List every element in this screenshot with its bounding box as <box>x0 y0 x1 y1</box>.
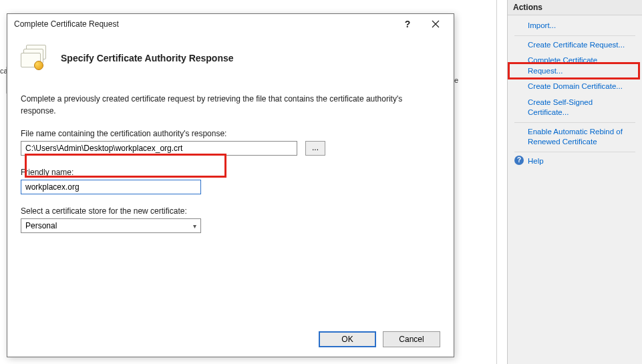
complete-certificate-request-dialog: Complete Certificate Request ? Specify C… <box>7 13 454 357</box>
action-create-self-signed-certificate[interactable]: Create Self-Signed Certificate... <box>512 95 638 121</box>
dialog-instruction: Complete a previously created certificat… <box>21 89 422 129</box>
actions-panel: Actions Import... Create Certificate Req… <box>507 0 642 364</box>
action-import[interactable]: Import... <box>512 18 638 34</box>
actions-body: Import... Create Certificate Request... … <box>508 15 642 172</box>
close-icon <box>432 20 440 28</box>
dialog-body: Specify Certificate Authority Response C… <box>7 34 454 245</box>
certificate-store-select[interactable]: Personal ▾ <box>21 218 201 233</box>
help-icon: ? <box>514 156 524 165</box>
background-text-fragment: ca <box>0 67 7 94</box>
action-complete-certificate-request[interactable]: Complete Certificate Request... <box>512 53 638 79</box>
divider <box>514 122 635 123</box>
file-name-input[interactable] <box>21 141 297 156</box>
titlebar-help-button[interactable]: ? <box>393 15 422 33</box>
dialog-title: Complete Certificate Request <box>14 19 393 29</box>
ok-button[interactable]: OK <box>319 331 376 347</box>
browse-button[interactable]: ... <box>305 141 325 156</box>
dialog-header-row: Specify Certificate Authority Response <box>21 41 440 89</box>
cancel-button[interactable]: Cancel <box>383 331 440 347</box>
actions-header: Actions <box>508 0 642 15</box>
action-help[interactable]: ? Help <box>512 154 638 170</box>
chevron-down-icon: ▾ <box>193 222 196 230</box>
certificate-icon <box>21 45 50 71</box>
action-help-label: Help <box>528 157 544 165</box>
action-create-certificate-request[interactable]: Create Certificate Request... <box>512 37 638 53</box>
friendly-name-input[interactable] <box>21 180 201 194</box>
action-enable-automatic-rebind[interactable]: Enable Automatic Rebind of Renewed Certi… <box>512 124 638 150</box>
dialog-button-row: OK Cancel <box>319 331 440 347</box>
file-name-row: ... <box>21 141 440 168</box>
divider <box>514 152 635 152</box>
background-text-fragment: e <box>454 76 458 84</box>
certificate-store-row: Personal ▾ <box>21 218 440 245</box>
dialog-titlebar: Complete Certificate Request ? <box>7 14 454 34</box>
dialog-heading: Specify Certificate Authority Response <box>61 53 234 63</box>
friendly-name-label: Friendly name: <box>21 168 440 180</box>
certificate-store-label: Select a certificate store for the new c… <box>21 206 440 218</box>
friendly-name-row <box>21 180 440 206</box>
panel-divider <box>496 0 497 364</box>
divider <box>514 35 635 36</box>
action-create-domain-certificate[interactable]: Create Domain Certificate... <box>512 79 638 95</box>
titlebar-close-button[interactable] <box>422 15 450 33</box>
certificate-store-value: Personal <box>25 221 57 230</box>
file-name-label: File name containing the certification a… <box>21 129 440 141</box>
